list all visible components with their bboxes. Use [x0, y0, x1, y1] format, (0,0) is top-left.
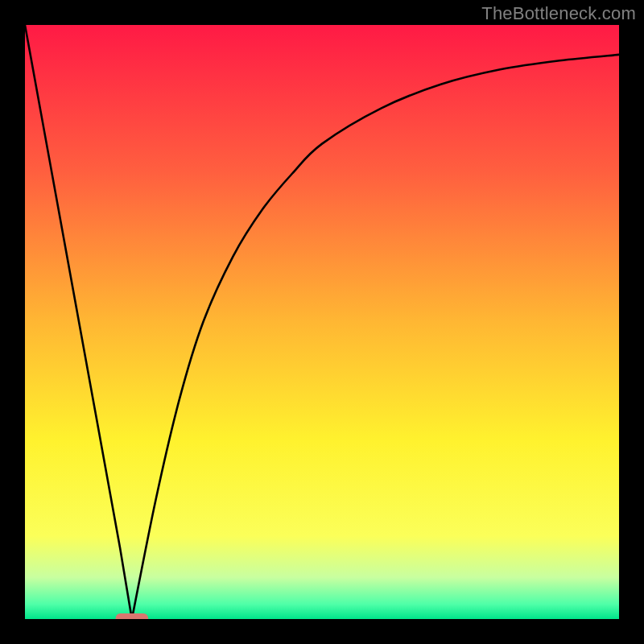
chart-curves	[25, 25, 619, 619]
watermark-text: TheBottleneck.com	[481, 3, 636, 24]
optimal-marker	[116, 613, 149, 619]
chart-frame: TheBottleneck.com	[0, 0, 644, 644]
plot-area	[25, 25, 619, 619]
series-right-branch	[132, 55, 619, 619]
series-left-branch	[25, 25, 132, 619]
